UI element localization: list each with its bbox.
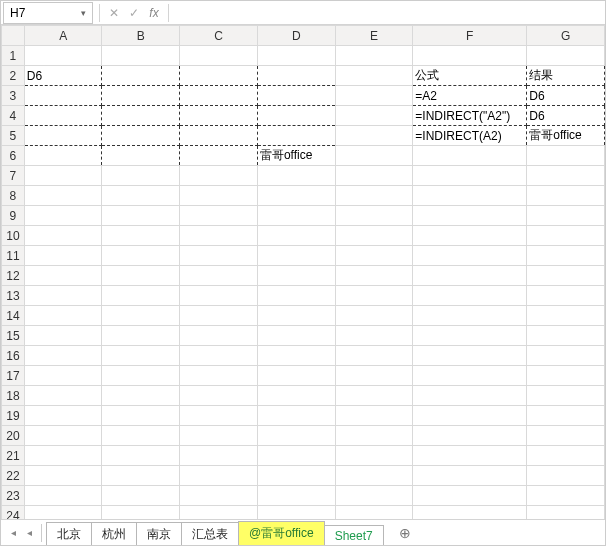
cell-B6[interactable]	[102, 146, 180, 166]
cell-E21[interactable]	[335, 446, 413, 466]
cell-E13[interactable]	[335, 286, 413, 306]
cell-F21[interactable]	[413, 446, 527, 466]
sheet-tab-5[interactable]: Sheet7	[324, 525, 384, 546]
row-header[interactable]: 3	[2, 86, 25, 106]
cell-G2[interactable]: 结果	[527, 66, 605, 86]
cell-D10[interactable]	[257, 226, 335, 246]
cancel-icon[interactable]: ✕	[104, 6, 124, 20]
cell-C13[interactable]	[180, 286, 258, 306]
cell-B12[interactable]	[102, 266, 180, 286]
row-header[interactable]: 20	[2, 426, 25, 446]
cell-E14[interactable]	[335, 306, 413, 326]
cell-A22[interactable]	[24, 466, 102, 486]
confirm-icon[interactable]: ✓	[124, 6, 144, 20]
cell-F12[interactable]	[413, 266, 527, 286]
cell-D15[interactable]	[257, 326, 335, 346]
cell-B2[interactable]	[102, 66, 180, 86]
cell-E23[interactable]	[335, 486, 413, 506]
cell-A19[interactable]	[24, 406, 102, 426]
cell-G16[interactable]	[527, 346, 605, 366]
cell-F1[interactable]	[413, 46, 527, 66]
row-header[interactable]: 18	[2, 386, 25, 406]
cell-B8[interactable]	[102, 186, 180, 206]
cell-B9[interactable]	[102, 206, 180, 226]
cell-G11[interactable]	[527, 246, 605, 266]
add-sheet-icon[interactable]: ⊕	[393, 524, 417, 542]
cell-F17[interactable]	[413, 366, 527, 386]
cell-G13[interactable]	[527, 286, 605, 306]
cell-D13[interactable]	[257, 286, 335, 306]
cell-B17[interactable]	[102, 366, 180, 386]
cell-A1[interactable]	[24, 46, 102, 66]
cell-A12[interactable]	[24, 266, 102, 286]
row-header[interactable]: 4	[2, 106, 25, 126]
cell-C5[interactable]	[180, 126, 258, 146]
cell-A18[interactable]	[24, 386, 102, 406]
cell-F16[interactable]	[413, 346, 527, 366]
cell-F8[interactable]	[413, 186, 527, 206]
cell-B14[interactable]	[102, 306, 180, 326]
cell-F23[interactable]	[413, 486, 527, 506]
grid-scroll-area[interactable]: A B C D E F G 12D6公式结果3=A2D64=INDIRECT("…	[1, 25, 605, 519]
cell-E20[interactable]	[335, 426, 413, 446]
cell-E10[interactable]	[335, 226, 413, 246]
cell-C21[interactable]	[180, 446, 258, 466]
name-box[interactable]: H7 ▾	[3, 2, 93, 24]
cell-F22[interactable]	[413, 466, 527, 486]
cell-F18[interactable]	[413, 386, 527, 406]
cell-B18[interactable]	[102, 386, 180, 406]
cell-F2[interactable]: 公式	[413, 66, 527, 86]
cell-C6[interactable]	[180, 146, 258, 166]
cell-F4[interactable]: =INDIRECT("A2")	[413, 106, 527, 126]
formula-input[interactable]	[173, 11, 605, 15]
cell-A4[interactable]	[24, 106, 102, 126]
cell-E2[interactable]	[335, 66, 413, 86]
cell-F7[interactable]	[413, 166, 527, 186]
cell-D19[interactable]	[257, 406, 335, 426]
cell-D6[interactable]: 雷哥office	[257, 146, 335, 166]
sheet-nav-prev-icon[interactable]: ◂	[21, 527, 37, 538]
cell-B4[interactable]	[102, 106, 180, 126]
cell-E24[interactable]	[335, 506, 413, 520]
cell-D17[interactable]	[257, 366, 335, 386]
cell-A8[interactable]	[24, 186, 102, 206]
cell-D21[interactable]	[257, 446, 335, 466]
cell-G9[interactable]	[527, 206, 605, 226]
cell-D16[interactable]	[257, 346, 335, 366]
cell-B3[interactable]	[102, 86, 180, 106]
cell-E12[interactable]	[335, 266, 413, 286]
cell-B20[interactable]	[102, 426, 180, 446]
cell-G23[interactable]	[527, 486, 605, 506]
cell-F10[interactable]	[413, 226, 527, 246]
cell-C15[interactable]	[180, 326, 258, 346]
cell-A9[interactable]	[24, 206, 102, 226]
cell-E7[interactable]	[335, 166, 413, 186]
cell-C8[interactable]	[180, 186, 258, 206]
cell-G12[interactable]	[527, 266, 605, 286]
cell-B23[interactable]	[102, 486, 180, 506]
cell-E15[interactable]	[335, 326, 413, 346]
cell-E17[interactable]	[335, 366, 413, 386]
row-header[interactable]: 10	[2, 226, 25, 246]
cell-G10[interactable]	[527, 226, 605, 246]
cell-G20[interactable]	[527, 426, 605, 446]
cell-D18[interactable]	[257, 386, 335, 406]
cell-D24[interactable]	[257, 506, 335, 520]
cell-B16[interactable]	[102, 346, 180, 366]
row-header[interactable]: 9	[2, 206, 25, 226]
cell-G3[interactable]: D6	[527, 86, 605, 106]
cell-C9[interactable]	[180, 206, 258, 226]
row-header[interactable]: 8	[2, 186, 25, 206]
sheet-tab-0[interactable]: 北京	[46, 522, 92, 546]
cell-B7[interactable]	[102, 166, 180, 186]
cell-D14[interactable]	[257, 306, 335, 326]
cell-A11[interactable]	[24, 246, 102, 266]
cell-F24[interactable]	[413, 506, 527, 520]
cell-D12[interactable]	[257, 266, 335, 286]
col-header-B[interactable]: B	[102, 26, 180, 46]
cell-F15[interactable]	[413, 326, 527, 346]
cell-A13[interactable]	[24, 286, 102, 306]
cell-D4[interactable]	[257, 106, 335, 126]
row-header[interactable]: 22	[2, 466, 25, 486]
sheet-tab-4[interactable]: @雷哥office	[238, 521, 325, 546]
